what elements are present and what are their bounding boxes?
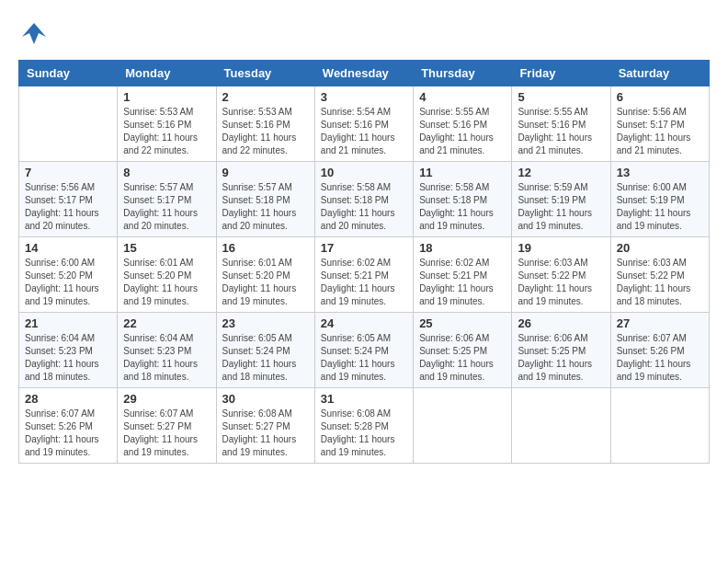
day-info: Sunrise: 6:07 AM Sunset: 5:26 PM Dayligh… xyxy=(617,332,703,384)
calendar-cell: 8Sunrise: 5:57 AM Sunset: 5:17 PM Daylig… xyxy=(118,162,216,237)
day-number: 26 xyxy=(518,316,604,330)
calendar-week-row: 14Sunrise: 6:00 AM Sunset: 5:20 PM Dayli… xyxy=(19,237,710,313)
day-number: 20 xyxy=(617,241,703,255)
calendar-cell xyxy=(414,388,512,464)
calendar-day-header: Wednesday xyxy=(314,61,413,86)
calendar-cell: 1Sunrise: 5:53 AM Sunset: 5:16 PM Daylig… xyxy=(118,86,216,162)
day-info: Sunrise: 6:01 AM Sunset: 5:20 PM Dayligh… xyxy=(222,257,309,308)
calendar-cell: 2Sunrise: 5:53 AM Sunset: 5:16 PM Daylig… xyxy=(216,86,314,162)
day-number: 30 xyxy=(222,392,309,406)
day-number: 11 xyxy=(419,166,506,179)
day-info: Sunrise: 6:06 AM Sunset: 5:25 PM Dayligh… xyxy=(419,332,506,384)
day-number: 7 xyxy=(25,166,111,179)
day-number: 16 xyxy=(222,241,309,255)
day-info: Sunrise: 6:08 AM Sunset: 5:28 PM Dayligh… xyxy=(321,408,407,459)
day-info: Sunrise: 6:06 AM Sunset: 5:25 PM Dayligh… xyxy=(518,332,604,384)
day-number: 31 xyxy=(321,392,407,406)
calendar-cell: 19Sunrise: 6:03 AM Sunset: 5:22 PM Dayli… xyxy=(512,237,610,313)
day-number: 8 xyxy=(123,166,210,179)
calendar-header-row: SundayMondayTuesdayWednesdayThursdayFrid… xyxy=(19,61,710,86)
calendar-cell: 29Sunrise: 6:07 AM Sunset: 5:27 PM Dayli… xyxy=(118,388,216,464)
calendar-week-row: 7Sunrise: 5:56 AM Sunset: 5:17 PM Daylig… xyxy=(19,162,710,237)
day-number: 1 xyxy=(123,90,210,104)
day-number: 15 xyxy=(123,241,210,255)
calendar-day-header: Saturday xyxy=(610,61,709,86)
day-number: 17 xyxy=(321,241,407,255)
day-number: 3 xyxy=(321,90,407,104)
calendar-week-row: 28Sunrise: 6:07 AM Sunset: 5:26 PM Dayli… xyxy=(19,388,710,464)
day-info: Sunrise: 6:03 AM Sunset: 5:22 PM Dayligh… xyxy=(518,257,604,308)
calendar-cell: 24Sunrise: 6:05 AM Sunset: 5:24 PM Dayli… xyxy=(314,313,413,388)
day-info: Sunrise: 6:01 AM Sunset: 5:20 PM Dayligh… xyxy=(123,257,210,308)
day-info: Sunrise: 5:56 AM Sunset: 5:17 PM Dayligh… xyxy=(25,181,111,233)
calendar-cell: 7Sunrise: 5:56 AM Sunset: 5:17 PM Daylig… xyxy=(19,162,118,237)
day-info: Sunrise: 6:05 AM Sunset: 5:24 PM Dayligh… xyxy=(222,332,309,384)
calendar-cell: 12Sunrise: 5:59 AM Sunset: 5:19 PM Dayli… xyxy=(512,162,610,237)
day-info: Sunrise: 6:05 AM Sunset: 5:24 PM Dayligh… xyxy=(321,332,407,384)
calendar-cell: 5Sunrise: 5:55 AM Sunset: 5:16 PM Daylig… xyxy=(512,86,610,162)
calendar-cell: 10Sunrise: 5:58 AM Sunset: 5:18 PM Dayli… xyxy=(314,162,413,237)
calendar-day-header: Sunday xyxy=(19,61,118,86)
logo-bird-icon xyxy=(20,18,48,46)
calendar-cell xyxy=(610,388,709,464)
calendar-cell: 3Sunrise: 5:54 AM Sunset: 5:16 PM Daylig… xyxy=(314,86,413,162)
day-info: Sunrise: 6:04 AM Sunset: 5:23 PM Dayligh… xyxy=(25,332,111,384)
page-header xyxy=(18,18,710,51)
calendar-cell: 16Sunrise: 6:01 AM Sunset: 5:20 PM Dayli… xyxy=(216,237,314,313)
logo-text xyxy=(18,18,48,51)
calendar-week-row: 1Sunrise: 5:53 AM Sunset: 5:16 PM Daylig… xyxy=(19,86,710,162)
day-number: 9 xyxy=(222,166,309,179)
calendar-cell: 27Sunrise: 6:07 AM Sunset: 5:26 PM Dayli… xyxy=(610,313,709,388)
day-number: 24 xyxy=(321,316,407,330)
day-info: Sunrise: 6:00 AM Sunset: 5:20 PM Dayligh… xyxy=(25,257,111,308)
calendar-cell: 13Sunrise: 6:00 AM Sunset: 5:19 PM Dayli… xyxy=(610,162,709,237)
day-info: Sunrise: 6:00 AM Sunset: 5:19 PM Dayligh… xyxy=(617,181,703,233)
calendar-cell: 11Sunrise: 5:58 AM Sunset: 5:18 PM Dayli… xyxy=(414,162,512,237)
day-number: 4 xyxy=(419,90,506,104)
calendar-cell: 14Sunrise: 6:00 AM Sunset: 5:20 PM Dayli… xyxy=(19,237,118,313)
day-info: Sunrise: 5:57 AM Sunset: 5:18 PM Dayligh… xyxy=(222,181,309,233)
day-number: 25 xyxy=(419,316,506,330)
day-info: Sunrise: 6:04 AM Sunset: 5:23 PM Dayligh… xyxy=(123,332,210,384)
calendar-cell: 4Sunrise: 5:55 AM Sunset: 5:16 PM Daylig… xyxy=(414,86,512,162)
calendar-cell: 25Sunrise: 6:06 AM Sunset: 5:25 PM Dayli… xyxy=(414,313,512,388)
calendar-cell: 15Sunrise: 6:01 AM Sunset: 5:20 PM Dayli… xyxy=(118,237,216,313)
day-info: Sunrise: 6:02 AM Sunset: 5:21 PM Dayligh… xyxy=(419,257,506,308)
day-number: 13 xyxy=(617,166,703,179)
day-number: 29 xyxy=(123,392,210,406)
day-number: 19 xyxy=(518,241,604,255)
day-info: Sunrise: 6:08 AM Sunset: 5:27 PM Dayligh… xyxy=(222,408,309,459)
day-number: 18 xyxy=(419,241,506,255)
day-number: 2 xyxy=(222,90,309,104)
calendar-cell: 9Sunrise: 5:57 AM Sunset: 5:18 PM Daylig… xyxy=(216,162,314,237)
calendar-cell: 21Sunrise: 6:04 AM Sunset: 5:23 PM Dayli… xyxy=(19,313,118,388)
day-number: 21 xyxy=(25,316,111,330)
day-info: Sunrise: 5:58 AM Sunset: 5:18 PM Dayligh… xyxy=(321,181,407,233)
day-info: Sunrise: 5:54 AM Sunset: 5:16 PM Dayligh… xyxy=(321,106,407,157)
calendar-cell: 23Sunrise: 6:05 AM Sunset: 5:24 PM Dayli… xyxy=(216,313,314,388)
day-number: 23 xyxy=(222,316,309,330)
logo xyxy=(18,18,48,51)
calendar-day-header: Thursday xyxy=(414,61,512,86)
calendar-cell: 26Sunrise: 6:06 AM Sunset: 5:25 PM Dayli… xyxy=(512,313,610,388)
day-number: 27 xyxy=(617,316,703,330)
day-number: 14 xyxy=(25,241,111,255)
calendar-cell: 18Sunrise: 6:02 AM Sunset: 5:21 PM Dayli… xyxy=(414,237,512,313)
day-number: 28 xyxy=(25,392,111,406)
calendar-day-header: Friday xyxy=(512,61,610,86)
day-number: 5 xyxy=(518,90,604,104)
day-info: Sunrise: 5:57 AM Sunset: 5:17 PM Dayligh… xyxy=(123,181,210,233)
calendar-cell: 20Sunrise: 6:03 AM Sunset: 5:22 PM Dayli… xyxy=(610,237,709,313)
svg-marker-0 xyxy=(22,23,46,44)
calendar-cell: 28Sunrise: 6:07 AM Sunset: 5:26 PM Dayli… xyxy=(19,388,118,464)
calendar-day-header: Tuesday xyxy=(216,61,314,86)
calendar-cell: 22Sunrise: 6:04 AM Sunset: 5:23 PM Dayli… xyxy=(118,313,216,388)
calendar-cell: 30Sunrise: 6:08 AM Sunset: 5:27 PM Dayli… xyxy=(216,388,314,464)
day-number: 22 xyxy=(123,316,210,330)
calendar-table: SundayMondayTuesdayWednesdayThursdayFrid… xyxy=(18,60,710,464)
day-number: 10 xyxy=(321,166,407,179)
calendar-week-row: 21Sunrise: 6:04 AM Sunset: 5:23 PM Dayli… xyxy=(19,313,710,388)
calendar-cell xyxy=(19,86,118,162)
calendar-cell: 31Sunrise: 6:08 AM Sunset: 5:28 PM Dayli… xyxy=(314,388,413,464)
calendar-cell: 6Sunrise: 5:56 AM Sunset: 5:17 PM Daylig… xyxy=(610,86,709,162)
